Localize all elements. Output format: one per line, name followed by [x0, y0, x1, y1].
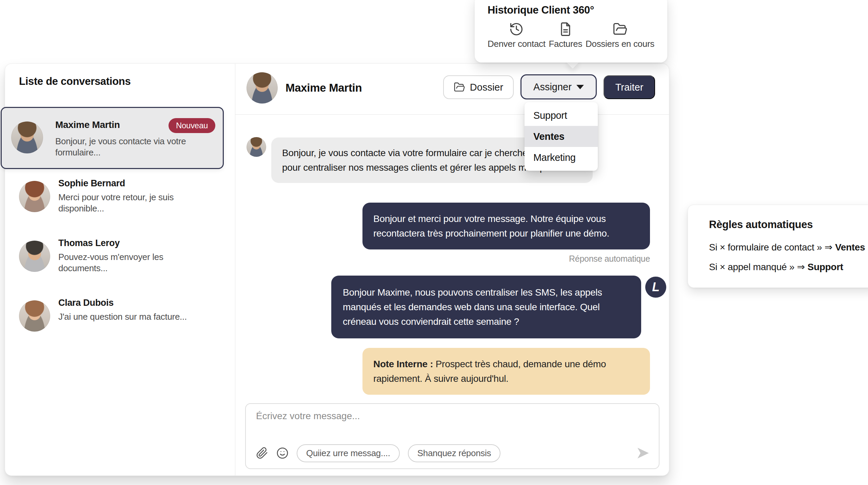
- composer-toolbar: Quiiez urre messag.... Shanquez réponsis: [256, 443, 650, 463]
- popup-items: Denver contact Factures Dossiers en cour…: [488, 22, 654, 49]
- conversation-item-maxime[interactable]: Maxime Martin Nouveau Bonjour, je vous c…: [1, 107, 224, 169]
- rule-condition: Si × formulaire de contact » ⇒: [709, 242, 832, 253]
- popup-item-factures[interactable]: Factures: [549, 22, 582, 49]
- traiter-button[interactable]: Traiter: [604, 75, 655, 99]
- auto-reply-caption: Réponse automatique: [362, 254, 650, 264]
- assigner-button[interactable]: Assigner: [520, 74, 597, 99]
- rule-item: Si × appel manqué » ⇒Support: [709, 261, 843, 273]
- chevron-down-icon: [576, 85, 584, 89]
- rule-target: Support: [808, 262, 843, 272]
- conversation-item-clara[interactable]: Clara Dubois J'ai une question sur ma fa…: [10, 297, 224, 348]
- conversation-name: Maxime Martin: [55, 119, 120, 130]
- folder-open-icon: [613, 22, 628, 37]
- emoji-icon[interactable]: [276, 447, 289, 459]
- conversation-item-thomas[interactable]: Thomas Leroy Pouvez-vous m'envoyer les d…: [10, 237, 224, 288]
- folder-open-icon: [454, 81, 465, 93]
- quick-message-chip[interactable]: Quiiez urre messag....: [297, 444, 400, 462]
- send-button[interactable]: [636, 446, 650, 460]
- conversation-preview: Bonjour, je vous contacte via votre form…: [55, 136, 210, 158]
- conversation-list-title: Liste de conversations: [19, 75, 131, 88]
- rules-panel-title: Règles automatiques: [709, 219, 813, 231]
- assigner-button-label: Assigner: [533, 81, 572, 93]
- popup-item-dossiers[interactable]: Dossiers en cours: [586, 22, 654, 49]
- header-divider: [235, 114, 669, 115]
- history-icon: [509, 22, 524, 37]
- popup-item-label: Dossiers en cours: [586, 39, 654, 49]
- avatar: [11, 122, 43, 153]
- conversation-name: Thomas Leroy: [58, 238, 120, 248]
- conversation-preview: J'ai une question sur ma facture...: [58, 311, 208, 322]
- dossier-button-label: Dossier: [470, 82, 503, 93]
- internal-note-label: Note Interne :: [373, 359, 433, 369]
- invoice-icon: [558, 22, 573, 37]
- contact-name: Maxime Martin: [285, 81, 362, 94]
- popup-title: Historique Client 360°: [488, 4, 654, 16]
- conversation-preview: Pouvez-vous m'envoyer les documents...: [58, 251, 208, 274]
- avatar: [19, 300, 50, 332]
- agent-message-bubble: Bonjour Maxime, nous pouvons centraliser…: [331, 276, 641, 338]
- paperclip-icon[interactable]: [256, 447, 268, 459]
- popup-item-label: Factures: [549, 39, 582, 49]
- rule-target: Ventes: [835, 242, 865, 253]
- send-icon: [636, 446, 650, 460]
- automatic-rules-panel: Règles automatiques Si × formulaire de c…: [688, 205, 868, 288]
- dropdown-item-support[interactable]: Support: [525, 105, 598, 126]
- popup-item-last-contact[interactable]: Denver contact: [488, 22, 546, 49]
- message-input[interactable]: [256, 411, 629, 430]
- popup-item-label: Denver contact: [488, 39, 546, 49]
- avatar: [19, 241, 50, 272]
- internal-note-bubble: Note Interne : Prospect très chaud, dema…: [362, 348, 650, 395]
- new-badge: Nouveau: [169, 118, 215, 133]
- auto-reply-bubble: Bonjour et merci pour votre message. Not…: [362, 203, 650, 249]
- conversation-name: Clara Dubois: [58, 298, 114, 308]
- dropdown-item-ventes[interactable]: Ventes: [525, 126, 598, 147]
- contact-avatar: [246, 72, 278, 104]
- assign-dropdown-menu: Support Ventes Marketing: [525, 102, 598, 171]
- rule-item: Si × formulaire de contact » ⇒Ventes: [709, 242, 865, 253]
- traiter-button-label: Traiter: [615, 82, 644, 93]
- conversation-preview: Merci pour votre retour, je suis disponi…: [58, 192, 208, 214]
- client-history-popup: Historique Client 360° Denver contact: [475, 0, 667, 62]
- sidebar-divider: [235, 64, 235, 475]
- message-composer: Quiiez urre messag.... Shanquez réponsis: [245, 403, 659, 469]
- rule-condition: Si × appel manqué » ⇒: [709, 262, 805, 272]
- dropdown-item-marketing[interactable]: Marketing: [525, 147, 598, 168]
- message-avatar: [246, 137, 266, 157]
- brand-logo-badge: L: [645, 277, 666, 298]
- conversation-name: Sophie Bernard: [58, 178, 125, 189]
- conversation-item-sophie[interactable]: Sophie Bernard Merci pour votre retour, …: [10, 178, 224, 228]
- dossier-button[interactable]: Dossier: [443, 75, 514, 99]
- avatar: [19, 181, 50, 212]
- saved-replies-chip[interactable]: Shanquez réponsis: [408, 444, 501, 462]
